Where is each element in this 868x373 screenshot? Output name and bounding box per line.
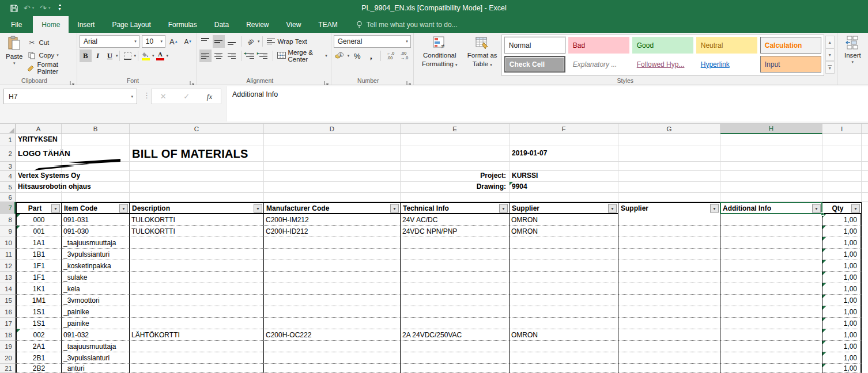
tab-formulas[interactable]: Formulas (160, 16, 206, 33)
decrease-font-size-button[interactable]: A▼ (182, 35, 194, 48)
style-normal[interactable]: Normal (504, 37, 565, 54)
row-header-3[interactable]: 3 (0, 162, 16, 171)
cell-H9[interactable] (720, 226, 822, 237)
cell-D3[interactable] (264, 162, 401, 171)
cell-B10[interactable]: _taajuusmuuttaja (62, 237, 130, 249)
cell-F20[interactable] (510, 352, 618, 364)
header-cell-C7[interactable]: Description▼ (130, 202, 264, 214)
insert-cells-button[interactable]: Insert ▾ (841, 35, 865, 76)
cell-B20[interactable]: _3vpulssianturi (62, 352, 130, 364)
cell-I14[interactable]: 1,00 (822, 283, 862, 295)
cell-G2[interactable] (618, 146, 720, 162)
column-header-E[interactable]: E (401, 124, 510, 134)
cell-H16[interactable] (720, 306, 822, 318)
style-hyperlink[interactable]: Hyperlink (696, 56, 757, 73)
cell-F3[interactable] (510, 162, 618, 171)
cell-C14[interactable] (130, 283, 264, 295)
cell-E6[interactable] (401, 193, 510, 202)
cell-D9[interactable]: C200H-ID212 (264, 226, 401, 237)
italic-button[interactable]: I (92, 50, 104, 62)
filter-dropdown-icon-C[interactable]: ▼ (254, 204, 262, 212)
name-box[interactable]: H7 ▾ (3, 89, 137, 104)
tab-data[interactable]: Data (206, 16, 237, 33)
cell-D5[interactable] (264, 182, 401, 193)
number-dialog-launcher-icon[interactable] (406, 78, 412, 83)
cell-G16[interactable] (618, 306, 720, 318)
number-format-select[interactable]: General▾ (334, 35, 411, 48)
cell-C9[interactable]: TULOKORTTI (130, 226, 264, 237)
cell-C15[interactable] (130, 295, 264, 306)
cell-I5[interactable] (822, 182, 862, 193)
row-header-21[interactable]: 21 (0, 364, 16, 373)
cell-G10[interactable] (618, 237, 720, 249)
cell-F18[interactable]: OMRON (510, 329, 618, 341)
cell-E19[interactable] (401, 341, 510, 352)
cell-C20[interactable] (130, 352, 264, 364)
tab-view[interactable]: View (278, 16, 310, 33)
middle-align-button[interactable] (213, 35, 225, 48)
header-cell-I7[interactable]: Qty▼ (822, 202, 862, 214)
cell-F11[interactable] (510, 249, 618, 260)
cell-I9[interactable]: 1,00 (822, 226, 862, 237)
cell-G17[interactable] (618, 318, 720, 329)
style-input[interactable]: Input (760, 56, 821, 73)
cell-F1[interactable] (510, 134, 618, 146)
cell-G8[interactable] (618, 214, 720, 226)
cell-E16[interactable] (401, 306, 510, 318)
cancel-icon[interactable]: ✕ (160, 92, 167, 101)
cell-G1[interactable] (618, 134, 720, 146)
cell-H10[interactable] (720, 237, 822, 249)
row-header-4[interactable]: 4 (0, 171, 16, 182)
increase-decimal-button[interactable]: ←.0.00 (384, 50, 397, 62)
cell-C10[interactable] (130, 237, 264, 249)
font-name-select[interactable]: Arial▾ (80, 35, 139, 48)
row-header-12[interactable]: 12 (0, 260, 16, 272)
style-calculation[interactable]: Calculation (760, 37, 821, 54)
bold-button[interactable]: B (80, 50, 92, 62)
cell-I10[interactable]: 1,00 (822, 237, 862, 249)
cell-E8[interactable]: 24V AC/DC (401, 214, 510, 226)
cell-E17[interactable] (401, 318, 510, 329)
accounting-dropdown-icon[interactable]: ▾ (348, 54, 350, 58)
cell-D8[interactable]: C200H-IM212 (264, 214, 401, 226)
cell-F15[interactable] (510, 295, 618, 306)
cell-I13[interactable]: 1,00 (822, 272, 862, 283)
customize-qat-icon[interactable]: ▾ (59, 5, 61, 12)
style-followed[interactable]: Followed Hyp... (632, 56, 693, 73)
cell-D14[interactable] (264, 283, 401, 295)
cell-G21[interactable] (618, 364, 720, 373)
cell-B1[interactable] (62, 134, 130, 146)
redo-icon[interactable]: ↷ (40, 4, 47, 12)
filter-dropdown-icon-I[interactable]: ▼ (851, 204, 860, 212)
cell-I6[interactable] (822, 193, 862, 202)
cell-I19[interactable]: 1,00 (822, 341, 862, 352)
cell-C11[interactable] (130, 249, 264, 260)
cell-D20[interactable] (264, 352, 401, 364)
cell-D12[interactable] (264, 260, 401, 272)
cell-C17[interactable] (130, 318, 264, 329)
alignment-dialog-launcher-icon[interactable] (324, 78, 329, 83)
cell-I15[interactable]: 1,00 (822, 295, 862, 306)
row-header-14[interactable]: 14 (0, 283, 16, 295)
cell-H4[interactable] (720, 171, 822, 182)
cell-D18[interactable]: C200H-OC222 (264, 329, 401, 341)
column-header-B[interactable]: B (62, 124, 130, 134)
row-header-19[interactable]: 19 (0, 341, 16, 352)
cell-F4[interactable]: KURSSI (510, 171, 618, 182)
cell-A4[interactable]: Vertex Systems Oy (16, 171, 62, 182)
bottom-align-button[interactable] (226, 35, 238, 48)
cell-A9[interactable]: 001 (16, 226, 62, 237)
cell-C18[interactable]: LÄHTÖKORTTI (130, 329, 264, 341)
cell-I16[interactable]: 1,00 (822, 306, 862, 318)
cell-C2[interactable]: BILL OF MATERIALS (130, 146, 264, 162)
format-painter-button[interactable]: Format Painter (26, 62, 74, 74)
fill-handle[interactable] (821, 212, 824, 216)
cell-A1[interactable]: YRITYKSEN (16, 134, 62, 146)
cell-H12[interactable] (720, 260, 822, 272)
cell-H14[interactable] (720, 283, 822, 295)
cell-E4[interactable]: Project: (401, 171, 510, 182)
cell-I11[interactable]: 1,00 (822, 249, 862, 260)
cell-G15[interactable] (618, 295, 720, 306)
cell-F9[interactable]: OMRON (510, 226, 618, 237)
cell-E12[interactable] (401, 260, 510, 272)
